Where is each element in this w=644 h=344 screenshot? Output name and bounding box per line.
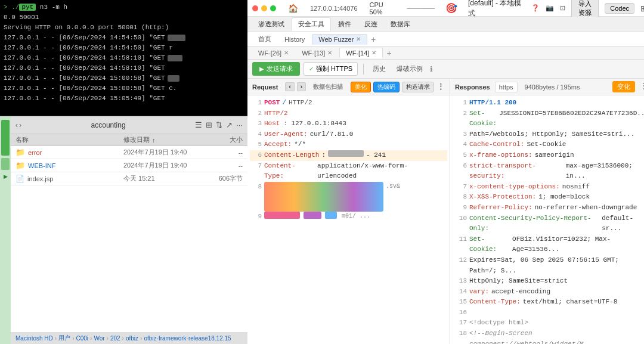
cpu-display: CPU 50%	[370, 1, 397, 16]
prev-request-button[interactable]: ‹	[285, 82, 294, 91]
close-fuzz-tab-icon[interactable]: ✕	[371, 49, 376, 56]
toolbar-separator	[363, 64, 364, 75]
fm-breadcrumb: Macintosh HD › 用户 › C00i › Wor › 202 › o…	[11, 332, 247, 344]
request-line: 1 POST / HTTP/2	[250, 98, 447, 109]
hot-encode-button[interactable]: 热编码	[373, 82, 400, 92]
request-toolbar-right: 美化 热编码 构造请求 ⋮	[351, 82, 445, 92]
terminal-line: 127.0.0.1 - - [06/Sep/2024 14:54:50] "GE…	[4, 43, 244, 53]
breadcrumb-item[interactable]: Macintosh HD	[16, 335, 53, 342]
file-name: 📁 error	[16, 148, 123, 157]
more-options-icon[interactable]: ⋮	[639, 81, 644, 91]
breadcrumb-item[interactable]: Wor	[94, 335, 104, 342]
fm-list-view-btn[interactable]: ☰	[195, 120, 202, 129]
close-fuzz-tab-icon[interactable]: ✕	[284, 49, 289, 56]
beautify-button[interactable]: 美化	[351, 82, 371, 92]
request-line: 7 Content-Type: application/x-www-form-u…	[250, 161, 447, 182]
file-manager: ‹ › accounting ☰ ⊞ ⇅ ↗ ··· 名称 修改日期 ↑ 大小	[11, 116, 247, 344]
close-button[interactable]	[252, 5, 258, 11]
fm-sort-btn[interactable]: ⇅	[216, 120, 222, 129]
breadcrumb-item[interactable]: 202	[110, 335, 120, 342]
force-https-button[interactable]: ✓ 强制 HTTPS	[304, 62, 358, 76]
list-item[interactable]: 📁 error 2024年7月19日 19:40 --	[11, 146, 247, 159]
response-toolbar-right: 变化 ⋮	[612, 81, 644, 92]
request-body[interactable]: 1 POST / HTTP/2 2 HTTP/2 3 Host：127.0.0.…	[247, 95, 450, 344]
response-line: 12 Expires=Sat, 06 Sep 2025 07:56:15 GMT…	[453, 255, 644, 276]
send-request-button[interactable]: ▶ 发送请求	[252, 62, 300, 76]
add-fuzz-tab-button[interactable]: +	[384, 48, 394, 58]
file-name: 📄 index.jsp	[16, 175, 123, 183]
import-resource-button[interactable]: 导入资源	[571, 0, 599, 19]
resp-tab-https[interactable]: https	[495, 82, 518, 92]
col-name-header[interactable]: 名称	[16, 135, 123, 144]
expand-icon[interactable]: ⊞	[640, 4, 644, 13]
file-name-text: WEB-INF	[28, 162, 55, 169]
tab-web-fuzzer[interactable]: Web Fuzzer ✕	[312, 34, 367, 45]
breadcrumb-item[interactable]: ofbiz-framework-release18.12.15	[144, 335, 231, 342]
nav-item-database[interactable]: 数据库	[385, 18, 416, 30]
burp-logo-icon: 🎯	[445, 2, 457, 14]
fuzz-tab-13[interactable]: WF-[13] ✕	[296, 48, 338, 58]
response-line: 2 Set-Cookie: JSESSIONID=57E86B602ED2C29…	[453, 109, 644, 129]
nav-item-security-tools[interactable]: 安全工具	[292, 17, 331, 31]
response-line: 13 HttpOnly; SameSite=strict	[453, 276, 644, 287]
list-item[interactable]: 📄 index.jsp 今天 15:21 606字节	[11, 172, 247, 185]
window-icon[interactable]: ⊡	[560, 4, 565, 12]
fm-more-btn[interactable]: ···	[236, 120, 243, 129]
help-icon[interactable]: ❓	[531, 4, 540, 12]
folder-icon: 📁	[16, 161, 25, 170]
col-date-header[interactable]: 修改日期 ↑	[123, 135, 201, 144]
breadcrumb-item[interactable]: 用户	[58, 334, 70, 342]
demo-button[interactable]: 爆破示例	[393, 63, 426, 75]
request-line: 5 Accept: */*	[250, 140, 447, 150]
minimize-button[interactable]	[261, 5, 267, 11]
col-size-header[interactable]: 大小	[201, 135, 243, 144]
fuzz-tab-26[interactable]: WF-[26] ✕	[252, 48, 295, 58]
fuzzer-content: Request ‹ › 数据包扫描 美化 热编码 构造请求 ⋮ 1 POST	[247, 79, 644, 344]
file-size: --	[201, 162, 243, 169]
nav-item-plugins[interactable]: 插件	[332, 18, 357, 30]
fm-share-btn[interactable]: ↗	[226, 120, 233, 129]
tab-home[interactable]: 首页	[252, 33, 277, 45]
burp-topbar-right: ❓ 📷 ⊡ 导入资源 Codec ⊞	[531, 0, 644, 19]
next-request-button[interactable]: ›	[297, 82, 306, 91]
fuzzer-toolbar: ▶ 发送请求 ✓ 强制 HTTPS 历史 爆破示例 ℹ	[247, 60, 644, 79]
response-line: 5 x-frame-options: sameorigin	[453, 150, 644, 161]
side-strip: ▶	[0, 116, 11, 344]
request-nav: ‹ ›	[285, 82, 306, 91]
file-date: 2024年7月19日 19:40	[123, 148, 201, 157]
fuzzer-tab-row: WF-[26] ✕ WF-[13] ✕ WF-[14] ✕ +	[247, 47, 644, 60]
response-panel: Responses https 9408bytes / 195ms 变化 ⋮ 1…	[450, 79, 644, 344]
close-tab-icon[interactable]: ✕	[356, 36, 361, 42]
screenshot-icon[interactable]: 📷	[546, 4, 554, 12]
construct-request-button[interactable]: 构造请求	[402, 82, 434, 92]
close-fuzz-tab-icon[interactable]: ✕	[327, 49, 332, 56]
fm-back-btn[interactable]: ‹	[16, 121, 18, 129]
codec-button[interactable]: Codec	[605, 3, 634, 14]
file-name-text: index.jsp	[27, 175, 53, 182]
fm-grid-view-btn[interactable]: ⊞	[206, 120, 212, 129]
nav-item-reverse[interactable]: 反连	[358, 18, 383, 30]
data-collection-label: 数据包扫描	[313, 83, 343, 91]
file-date: 今天 15:21	[123, 174, 201, 183]
nav-item-pentest[interactable]: 渗透测试	[252, 18, 290, 30]
list-item[interactable]: 📁 WEB-INF 2024年7月19日 19:40 --	[11, 159, 247, 172]
response-line: 14 vary: accept-encoding	[453, 287, 644, 297]
breadcrumb-item[interactable]: ofbiz	[126, 335, 138, 342]
more-options-icon[interactable]: ⋮	[436, 82, 445, 92]
response-line: 9 Referrer-Policy: no-referrer-when-down…	[453, 203, 644, 213]
response-body[interactable]: 1 HTTP/1.1 200 2 Set-Cookie: JSESSIONID=…	[450, 95, 644, 344]
breadcrumb-item[interactable]: C00i	[76, 335, 89, 342]
request-line: 6 Content-Length: - 241	[250, 150, 447, 161]
response-label: Responses	[455, 83, 490, 91]
fuzz-tab-14[interactable]: WF-[14] ✕	[339, 48, 383, 58]
history-button[interactable]: 历史	[369, 63, 389, 75]
request-panel: Request ‹ › 数据包扫描 美化 热编码 构造请求 ⋮ 1 POST	[247, 79, 450, 344]
burp-topbar: 🏠 127.0.0.1:44076 CPU 50% ────── 🎯 [defa…	[247, 0, 644, 17]
response-line: 3 Path=/webtools; HttpOnly; SameSite=str…	[453, 129, 644, 140]
tab-history[interactable]: History	[278, 35, 311, 44]
change-button[interactable]: 变化	[612, 81, 635, 92]
add-tab-button[interactable]: +	[369, 35, 378, 44]
maximize-button[interactable]	[270, 5, 276, 11]
info-icon: ℹ	[430, 65, 433, 73]
request-line: 8 .sv&	[250, 182, 447, 212]
